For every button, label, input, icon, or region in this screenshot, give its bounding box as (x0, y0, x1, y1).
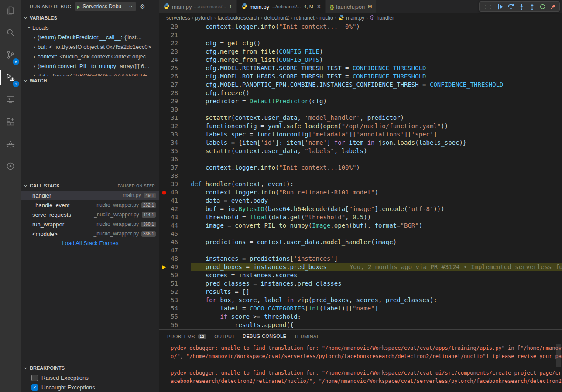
code-line[interactable]: 25 cfg.MODEL.RETINANET.SCORE_THRESH_TEST… (159, 64, 562, 72)
gutter-glyph-margin[interactable] (159, 31, 169, 39)
code-line[interactable]: 35 setattr(context.user_data, "labels", … (159, 147, 562, 155)
more-actions-icon[interactable]: ⋯ (149, 3, 155, 10)
gutter-glyph-margin[interactable] (159, 304, 169, 313)
gutter-glyph-margin[interactable] (159, 271, 169, 280)
code-line[interactable]: 45 (159, 230, 562, 238)
breadcrumb-item[interactable]: nuclio (319, 15, 333, 21)
gutter-glyph-margin[interactable] (159, 147, 169, 155)
stack-frame-row[interactable]: handlermain.py49:1 (21, 191, 159, 200)
panel-tab-output[interactable]: OUTPUT (214, 330, 235, 343)
code-line[interactable]: 50 scores = instances.scores (159, 271, 562, 280)
gutter-glyph-margin[interactable] (159, 23, 169, 31)
gutter-glyph-margin[interactable] (159, 139, 169, 147)
close-tab-icon[interactable]: × (317, 3, 321, 10)
panel-scrollbar[interactable] (556, 344, 561, 367)
activity-docker[interactable] (0, 133, 21, 156)
restart-icon[interactable] (539, 3, 546, 10)
code-line[interactable]: 26 cfg.MODEL.ROI_HEADS.SCORE_THRESH_TEST… (159, 72, 562, 81)
gutter-glyph-margin[interactable] (159, 97, 169, 106)
breadcrumb-item[interactable]: pytorch (195, 15, 212, 21)
variable-row[interactable]: ›data:{'image': 'iVBORw0KGgoAAAANSUhE… (21, 71, 159, 76)
code-line[interactable]: 47 (159, 246, 562, 255)
tab-main-py[interactable]: main.py.../siammask/...1 (159, 0, 237, 13)
code-line[interactable]: 29 predictor = DefaultPredictor(cfg) (159, 97, 562, 106)
variables-scope-row[interactable]: ›Locals (21, 23, 159, 32)
code-line[interactable]: 31 setattr(context.user_data, 'model_han… (159, 114, 562, 122)
stack-frame-row[interactable]: run_wrapper_nuclio_wrapper.py360:1 (21, 219, 159, 229)
gutter-glyph-margin[interactable] (159, 48, 169, 56)
step-over-icon[interactable] (507, 3, 514, 10)
code-editor[interactable]: 20 context.logger.info("Init context... … (159, 23, 562, 329)
gutter-glyph-margin[interactable] (159, 296, 169, 304)
code-line[interactable]: 55 if score >= threshold: (159, 313, 562, 321)
breakpoint-row[interactable]: ✓Uncaught Exceptions (21, 382, 159, 392)
gutter-glyph-margin[interactable] (159, 89, 169, 97)
gutter-glyph-margin[interactable] (159, 213, 169, 222)
breakpoints-section-header[interactable]: › BREAKPOINTS (21, 363, 159, 373)
code-line[interactable]: 44 image = convert_PIL_to_numpy(Image.op… (159, 222, 562, 230)
gutter-glyph-margin[interactable] (159, 114, 169, 122)
gutter-glyph-margin[interactable] (159, 238, 169, 246)
gutter-glyph-margin[interactable] (159, 230, 169, 238)
code-line[interactable]: 40 context.logger.info("Run retinanet-R1… (159, 188, 562, 197)
breadcrumb-item[interactable]: retinanet (294, 15, 315, 21)
gutter-glyph-margin[interactable] (159, 39, 169, 48)
gutter-glyph-margin[interactable] (159, 172, 169, 180)
stack-frame-row[interactable]: serve_requests_nuclio_wrapper.py114:1 (21, 210, 159, 219)
variables-section-header[interactable]: › VARIABLES (21, 13, 159, 23)
gutter-glyph-margin[interactable] (159, 72, 169, 81)
gutter-glyph-margin[interactable] (159, 313, 169, 321)
gutter-glyph-margin[interactable] (159, 321, 169, 329)
panel-tab-debug-console[interactable]: DEBUG CONSOLE (243, 330, 286, 343)
gutter-glyph-margin[interactable] (159, 81, 169, 89)
code-line[interactable]: 34 labels = {item['id']: item['name'] fo… (159, 139, 562, 147)
gear-icon[interactable]: ⚙ (140, 3, 145, 10)
code-line[interactable]: 49 pred_boxes = instances.pred_boxesYou,… (159, 263, 562, 271)
gutter-glyph-margin[interactable] (159, 246, 169, 255)
activity-ports[interactable] (0, 156, 21, 178)
code-line[interactable]: 37 context.logger.info("Init context...1… (159, 164, 562, 172)
activity-run-and-debug[interactable]: 1 (0, 67, 21, 89)
code-line[interactable]: 28 cfg.freeze() (159, 89, 562, 97)
breakpoint-icon[interactable] (162, 191, 166, 194)
panel-tab-terminal[interactable]: TERMINAL (294, 330, 319, 343)
activity-remote-explorer[interactable] (0, 89, 21, 111)
gutter-glyph-margin[interactable] (159, 197, 169, 205)
gutter-glyph-margin[interactable] (159, 205, 169, 213)
code-line[interactable]: 33 labels_spec = functionconfig['metadat… (159, 130, 562, 139)
variable-row[interactable]: ›context:<nuclio_sdk.context.Context obj… (21, 51, 159, 61)
code-line[interactable]: 42 buf = io.BytesIO(base64.b64decode(dat… (159, 205, 562, 213)
tab-launch-json[interactable]: {}launch.jsonM (326, 0, 377, 13)
panel-tab-problems[interactable]: PROBLEMS12 (167, 330, 206, 343)
gutter-glyph-margin[interactable] (159, 64, 169, 72)
code-line[interactable]: 32 functionconfig = yaml.safe_load(open(… (159, 122, 562, 130)
code-line[interactable]: 22 cfg = get_cfg() (159, 39, 562, 48)
code-line[interactable]: 43 threshold = float(data.get("threshold… (159, 213, 562, 222)
code-line[interactable]: 20 context.logger.info("Init context... … (159, 23, 562, 31)
step-out-icon[interactable] (529, 3, 535, 10)
gutter-glyph-margin[interactable] (159, 222, 169, 230)
code-line[interactable]: 24 cfg.merge_from_list(CONFIG_OPTS) (159, 56, 562, 64)
step-into-icon[interactable] (518, 3, 525, 10)
gutter-glyph-margin[interactable] (159, 130, 169, 139)
code-line[interactable]: 30 (159, 106, 562, 114)
gutter-glyph-margin[interactable] (159, 280, 169, 288)
breakpoint-row[interactable]: Raised Exceptions (21, 373, 159, 382)
breadcrumb-item[interactable]: main.py (338, 14, 364, 22)
disconnect-icon[interactable] (550, 3, 556, 10)
breadcrumb-item[interactable]: handler (370, 15, 394, 21)
breadcrumb-item[interactable]: detectron2 (264, 15, 289, 21)
breadcrumb-item[interactable]: facebookresearch (217, 15, 259, 21)
gutter-glyph-margin[interactable] (159, 255, 169, 263)
code-line[interactable]: 46 predictions = context.user_data.model… (159, 238, 562, 246)
gutter-glyph-margin[interactable] (159, 180, 169, 188)
gutter-glyph-margin[interactable] (159, 122, 169, 130)
activity-search[interactable] (0, 22, 21, 44)
code-line[interactable]: 41 data = event.body (159, 197, 562, 205)
code-line[interactable]: 36 (159, 155, 562, 164)
variable-row[interactable]: ›(return) DefaultPredictor.__call__:{'in… (21, 32, 159, 42)
code-line[interactable]: 23 cfg.merge_from_file(CONFIG_FILE) (159, 48, 562, 56)
gutter-glyph-margin[interactable] (159, 106, 169, 114)
code-line[interactable]: 51 pred_classes = instances.pred_classes (159, 280, 562, 288)
stack-frame-row[interactable]: <module>_nuclio_wrapper.py366:1 (21, 229, 159, 239)
